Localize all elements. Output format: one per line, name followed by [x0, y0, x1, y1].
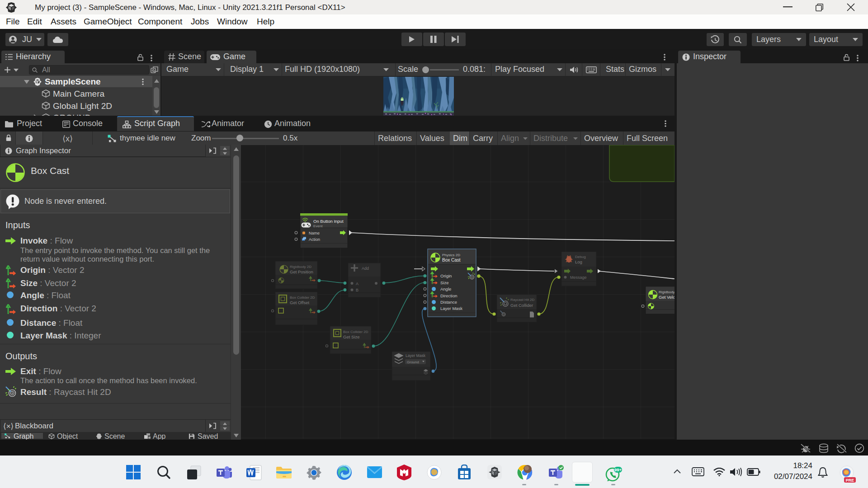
- svg-text:Get Velo: Get Velo: [659, 295, 675, 300]
- svg-text:Rigidbody 2: Rigidbody 2: [659, 290, 675, 294]
- svg-text:99+: 99+: [614, 467, 622, 472]
- svg-text:PRE: PRE: [846, 478, 854, 483]
- svg-text:Log: Log: [575, 259, 582, 264]
- svg-text:Box Collider 2D: Box Collider 2D: [290, 296, 315, 300]
- svg-text:Physics 2D: Physics 2D: [442, 253, 460, 257]
- svg-text:Get Position: Get Position: [290, 269, 313, 274]
- svg-text:Distance: Distance: [440, 300, 457, 305]
- svg-text:Get Offset: Get Offset: [290, 300, 309, 305]
- svg-text:Layer Mask: Layer Mask: [440, 306, 462, 311]
- svg-text:Size: Size: [440, 280, 448, 285]
- svg-text:Origin: Origin: [440, 273, 452, 278]
- svg-text:Rigidbody 2D: Rigidbody 2D: [290, 265, 311, 269]
- svg-text:Event: Event: [313, 224, 323, 228]
- svg-text:Get Collider: Get Collider: [510, 303, 533, 308]
- svg-text:Direction: Direction: [440, 293, 458, 298]
- svg-text:Angle: Angle: [440, 286, 451, 291]
- svg-text:Get Size: Get Size: [343, 334, 359, 339]
- svg-text:Box Cast: Box Cast: [442, 258, 461, 263]
- svg-text:Action: Action: [309, 237, 320, 242]
- svg-text:Box Collider 2D: Box Collider 2D: [343, 330, 368, 334]
- svg-text:A: A: [356, 282, 359, 286]
- svg-text:B: B: [356, 288, 359, 292]
- svg-text:On Button Input: On Button Input: [313, 219, 344, 224]
- svg-text:Message: Message: [570, 275, 587, 280]
- svg-text:Layer Mask: Layer Mask: [406, 353, 426, 358]
- svg-text:Ground: Ground: [407, 360, 419, 364]
- svg-text:Debug: Debug: [575, 255, 586, 259]
- svg-text:Raycast Hit 2D: Raycast Hit 2D: [510, 298, 535, 302]
- svg-text:Name: Name: [309, 231, 320, 235]
- svg-text:Add: Add: [362, 266, 369, 271]
